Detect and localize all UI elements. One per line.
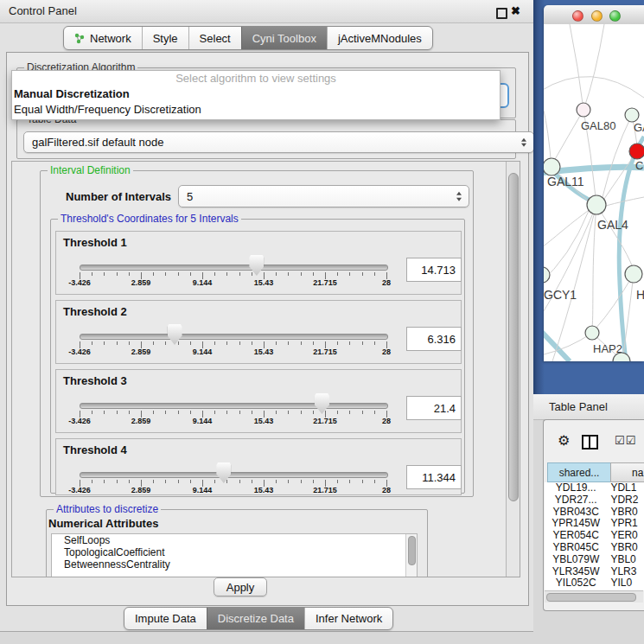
network-node[interactable]: [587, 195, 606, 214]
slider-tick-label: 9.144: [178, 417, 226, 425]
tab-style[interactable]: Style: [142, 27, 188, 49]
slider-track[interactable]: [80, 265, 388, 271]
slider-tick: [190, 480, 191, 483]
gear-icon[interactable]: ⚙: [558, 432, 570, 449]
slider-tick: [313, 272, 314, 276]
threshold-value-field[interactable]: 11.344: [406, 465, 462, 489]
number-of-intervals-combobox[interactable]: 5: [178, 185, 469, 207]
table-data-combobox[interactable]: galFiltered.sif default node: [23, 131, 534, 153]
slider-track[interactable]: [80, 334, 388, 340]
table-row[interactable]: YLR345WYLR3: [545, 566, 644, 578]
table-row[interactable]: YPR145WYPR1: [545, 518, 644, 530]
network-node[interactable]: [625, 265, 642, 283]
menu-item-manual-discretization[interactable]: Manual Discretization: [12, 86, 500, 102]
slider-tick: [374, 341, 375, 345]
apply-button[interactable]: Apply: [214, 577, 267, 596]
zoom-traffic-light[interactable]: [609, 10, 621, 22]
tab-jactivemnodules[interactable]: jActiveMNodules: [327, 27, 432, 49]
column-layout-icon[interactable]: [582, 435, 598, 450]
menu-item-equal-width-frequency[interactable]: Equal Width/Frequency Discretization: [12, 102, 500, 118]
slider-tick-label: 21.715: [301, 278, 349, 287]
network-node[interactable]: [585, 326, 599, 340]
slider-tick: [92, 411, 92, 414]
table-row[interactable]: YBR043CYBR0: [545, 507, 644, 519]
tab-network[interactable]: Network: [64, 27, 142, 49]
apply-button-label: Apply: [226, 581, 255, 594]
network-node[interactable]: [577, 103, 590, 117]
close-traffic-light[interactable]: [572, 10, 583, 22]
slider-tick: [92, 341, 92, 345]
slider-tick: [129, 341, 130, 345]
algorithm-placeholder: Select algorithm to view settings: [12, 71, 500, 86]
slider-tick-label: 28: [362, 417, 411, 425]
network-window-titlebar[interactable]: [544, 5, 644, 25]
network-node-label: GAL80: [581, 119, 615, 132]
slider-tick-label: 2.859: [117, 348, 165, 356]
close-icon[interactable]: ✖: [511, 4, 520, 17]
slider-tick: [104, 341, 105, 345]
slider-tick-label: 21.715: [301, 417, 349, 425]
table-row[interactable]: YDR27...YDR2: [545, 494, 644, 507]
slider-tick-label: 15.43: [239, 417, 288, 425]
network-node[interactable]: [544, 267, 550, 283]
tab-discretize-data[interactable]: Discretize Data: [207, 608, 304, 629]
slider-tick: [92, 480, 92, 483]
threshold-value-field[interactable]: 14.713: [406, 258, 462, 282]
list-item[interactable]: BetweennessCentrality: [52, 558, 417, 571]
list-item[interactable]: SelfLoops: [52, 534, 417, 546]
tab-impute-data[interactable]: Impute Data: [124, 608, 207, 629]
slider-thumb[interactable]: [315, 393, 329, 414]
threshold-label: Threshold 4: [63, 443, 127, 456]
slider-tick-label: 28: [362, 278, 411, 287]
slider-track[interactable]: [80, 403, 388, 409]
slider-tick: [313, 411, 314, 414]
slider-tick-label: 15.43: [239, 278, 288, 287]
table-row[interactable]: YDL19...YDL1: [545, 482, 644, 494]
screenshot-root: Control Panel ✖ Network Style Select Cyn…: [0, 0, 644, 644]
slider-tick: [349, 480, 350, 483]
network-icon: [74, 33, 86, 44]
settings-scrollbar[interactable]: [506, 162, 520, 577]
slider-tick-label: 28: [362, 348, 411, 356]
slider-tick: [117, 411, 118, 414]
network-canvas[interactable]: GAL80GACGAL11GAL4GCY1HHAP2: [544, 24, 644, 361]
tab-infer-network[interactable]: Infer Network: [304, 608, 392, 629]
checkbox-columns-icon[interactable]: ☑☑: [615, 434, 636, 447]
float-window-icon[interactable]: [496, 8, 507, 19]
slider-thumb[interactable]: [168, 324, 182, 345]
top-tab-bar: Network Style Select Cyni Toolbox jActiv…: [63, 26, 433, 50]
slider-tick: [337, 272, 338, 276]
threshold-2-panel: Threshold 2-3.4262.8599.14415.4321.71528…: [55, 300, 462, 364]
node-table-rows: YDL19...YDL1 YDR27...YDR2 YBR043CYBR0 YP…: [545, 482, 644, 590]
settings-scroll-panel: Interval Definition Number of Intervals …: [11, 161, 520, 577]
threshold-value-field[interactable]: 6.316: [406, 327, 462, 351]
combo-spinner-icon[interactable]: [521, 137, 526, 147]
network-node[interactable]: [629, 143, 644, 159]
threshold-value-field[interactable]: 21.4: [406, 396, 462, 420]
table-horizontal-scrollbar[interactable]: [545, 590, 643, 603]
table-row[interactable]: YER054CYER0: [545, 530, 644, 542]
panel-title: Control Panel: [9, 4, 77, 17]
list-item[interactable]: TopologicalCoefficient: [52, 546, 417, 558]
minimize-traffic-light[interactable]: [591, 10, 603, 22]
column-header-name[interactable]: na: [610, 462, 644, 482]
tab-cyni-toolbox[interactable]: Cyni Toolbox: [241, 27, 327, 49]
network-node[interactable]: [625, 108, 639, 122]
tab-select[interactable]: Select: [188, 27, 241, 49]
combo-spinner-icon[interactable]: [456, 192, 462, 201]
table-row[interactable]: YIL052CYIL0: [545, 577, 644, 590]
slider-track[interactable]: [80, 472, 388, 478]
slider-tick: [129, 272, 130, 276]
network-node-label: GAL4: [597, 218, 628, 232]
slider-tick: [104, 272, 105, 276]
slider-tick-label: -3.426: [55, 417, 104, 425]
network-node[interactable]: [544, 158, 560, 175]
column-header-shared-name[interactable]: shared...: [547, 462, 611, 482]
slider-tick: [313, 341, 314, 345]
slider-tick-label: 2.859: [117, 417, 165, 425]
slider-thumb[interactable]: [216, 462, 231, 483]
list-scrollbar[interactable]: [405, 534, 417, 577]
slider-tick: [239, 480, 240, 483]
table-row[interactable]: YBR045CYBR0: [545, 542, 644, 554]
table-row[interactable]: YBL079WYBL0: [545, 554, 644, 566]
